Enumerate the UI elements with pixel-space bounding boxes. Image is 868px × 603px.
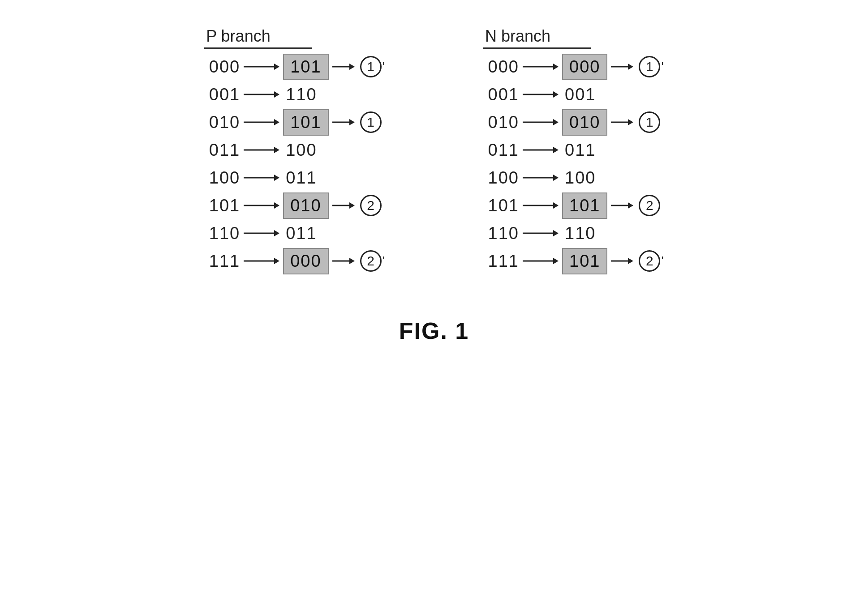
long-arrow-icon <box>244 227 279 239</box>
input-value: 101 <box>204 196 240 215</box>
output-value: 011 <box>283 224 317 243</box>
output-value: 110 <box>562 224 596 243</box>
svg-marker-1 <box>274 64 279 70</box>
svg-marker-45 <box>553 258 559 264</box>
input-value: 011 <box>204 141 240 160</box>
input-value: 000 <box>483 57 519 77</box>
table-row: 000 000 1' <box>483 55 664 78</box>
table-row: 011 011 <box>483 138 664 162</box>
input-value: 000 <box>204 57 240 77</box>
prime-symbol: ' <box>661 60 663 74</box>
short-arrow-icon <box>611 199 633 212</box>
input-value: 111 <box>483 252 519 271</box>
long-arrow-icon <box>244 144 279 156</box>
circled-symbol: 1 <box>639 56 660 77</box>
p-branch-underline <box>204 47 312 49</box>
prime-symbol: ' <box>661 254 663 268</box>
p-branch: P branch 000 101 1'001 110010 101 1011 1… <box>204 27 385 277</box>
long-arrow-icon <box>244 199 279 212</box>
long-arrow-icon <box>523 116 559 128</box>
circled-symbol: 2 <box>360 250 382 272</box>
svg-marker-13 <box>274 175 279 181</box>
n-branch: N branch 000 000 1'001 001010 010 1011 0… <box>483 27 664 277</box>
circled-symbol: 2 <box>360 195 382 216</box>
input-value: 111 <box>204 252 240 271</box>
input-value: 101 <box>483 196 519 215</box>
output-box: 101 <box>283 109 328 136</box>
output-value: 100 <box>283 141 317 160</box>
circled-symbol: 1 <box>360 56 382 77</box>
long-arrow-icon <box>244 88 279 101</box>
table-row: 110 011 <box>204 222 385 245</box>
output-box: 101 <box>283 54 328 80</box>
n-branch-rows: 000 000 1'001 001010 010 1011 011100 100… <box>483 55 664 277</box>
input-value: 011 <box>483 141 519 160</box>
prime-symbol: ' <box>382 60 385 74</box>
table-row: 010 101 1 <box>204 111 385 134</box>
table-row: 011 100 <box>204 138 385 162</box>
table-row: 110 110 <box>483 222 664 245</box>
output-value: 011 <box>283 168 317 188</box>
table-row: 001 110 <box>204 83 385 106</box>
input-value: 110 <box>204 224 240 243</box>
svg-marker-41 <box>628 202 633 209</box>
short-arrow-icon <box>332 199 355 212</box>
svg-marker-33 <box>628 119 633 125</box>
input-value: 001 <box>204 85 240 104</box>
svg-marker-3 <box>349 64 355 70</box>
branches-row: P branch 000 101 1'001 110010 101 1011 1… <box>204 27 664 277</box>
output-box: 000 <box>562 54 607 80</box>
short-arrow-icon <box>332 255 355 267</box>
svg-marker-23 <box>349 258 355 264</box>
input-value: 010 <box>483 113 519 132</box>
n-branch-underline <box>483 47 591 49</box>
n-branch-title: N branch <box>483 27 550 46</box>
figure-label: FIG. 1 <box>399 317 469 344</box>
circled-symbol: 1 <box>639 111 660 133</box>
long-arrow-icon <box>523 60 559 73</box>
input-value: 100 <box>483 168 519 188</box>
svg-marker-27 <box>628 64 633 70</box>
svg-marker-37 <box>553 175 559 181</box>
table-row: 101 010 2 <box>204 194 385 217</box>
svg-marker-39 <box>553 202 559 209</box>
svg-marker-31 <box>553 119 559 125</box>
short-arrow-icon <box>611 116 633 128</box>
svg-marker-19 <box>274 230 279 236</box>
circled-symbol: 1 <box>360 111 382 133</box>
long-arrow-icon <box>244 255 279 267</box>
prime-symbol: ' <box>382 254 385 268</box>
svg-marker-35 <box>553 147 559 153</box>
long-arrow-icon <box>523 255 559 267</box>
long-arrow-icon <box>244 60 279 73</box>
p-branch-rows: 000 101 1'001 110010 101 1011 100100 011… <box>204 55 385 277</box>
output-box: 101 <box>562 248 607 274</box>
output-value: 110 <box>283 85 317 104</box>
output-box: 000 <box>283 248 328 274</box>
input-value: 001 <box>483 85 519 104</box>
input-value: 010 <box>204 113 240 132</box>
table-row: 101 101 2 <box>483 194 664 217</box>
svg-marker-21 <box>274 258 279 264</box>
long-arrow-icon <box>523 144 559 156</box>
main-container: P branch 000 101 1'001 110010 101 1011 1… <box>0 0 868 344</box>
output-value: 001 <box>562 85 596 104</box>
short-arrow-icon <box>332 60 355 73</box>
output-box: 010 <box>562 109 607 136</box>
table-row: 010 010 1 <box>483 111 664 134</box>
svg-marker-15 <box>274 202 279 209</box>
svg-marker-9 <box>349 119 355 125</box>
input-value: 100 <box>204 168 240 188</box>
long-arrow-icon <box>523 227 559 239</box>
short-arrow-icon <box>611 60 633 73</box>
svg-marker-17 <box>349 202 355 209</box>
short-arrow-icon <box>332 116 355 128</box>
output-box: 101 <box>562 192 607 219</box>
long-arrow-icon <box>523 199 559 212</box>
svg-marker-11 <box>274 147 279 153</box>
svg-marker-47 <box>628 258 633 264</box>
svg-marker-29 <box>553 91 559 98</box>
svg-marker-43 <box>553 230 559 236</box>
table-row: 100 100 <box>483 166 664 189</box>
table-row: 000 101 1' <box>204 55 385 78</box>
